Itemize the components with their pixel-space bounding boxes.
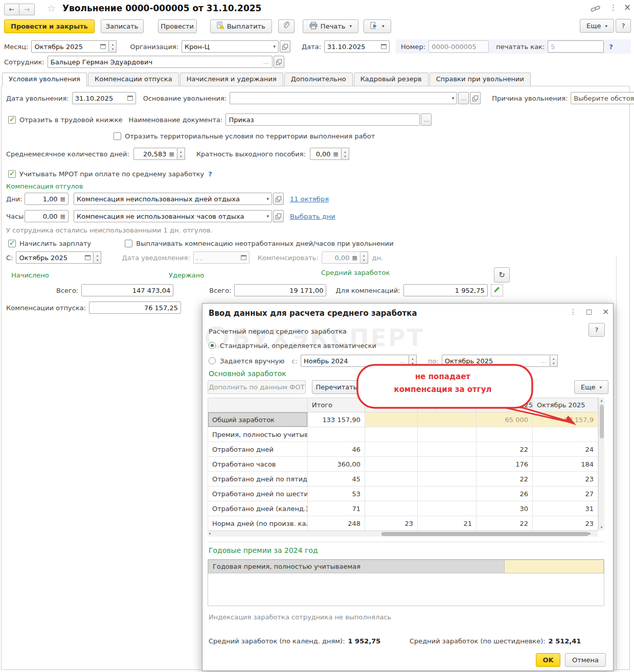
salary-from-spinner[interactable]: ▴▾: [94, 251, 101, 264]
forward-button[interactable]: →: [19, 4, 35, 15]
timeoff-hours-type-field[interactable]: Компенсация не использованных часов отды…: [74, 210, 272, 222]
severance-field[interactable]: 0,00 ▦: [310, 148, 342, 160]
avg-comp-field[interactable]: 1 952,75: [403, 284, 488, 296]
basis-field[interactable]: ▾: [230, 92, 457, 104]
chevron-down-icon[interactable]: ▾: [274, 44, 276, 49]
employee-field[interactable]: Бальцер Герман Эдуардович …: [48, 56, 273, 68]
timeoff-days-type-field[interactable]: Компенсация неиспользованных дней отдыха…: [74, 193, 272, 205]
table-row[interactable]: Отработано дней 46 22 24: [208, 442, 598, 457]
export-button[interactable]: ▾: [364, 19, 391, 33]
scroll-right-icon[interactable]: ▸: [588, 531, 591, 536]
date-field[interactable]: 31.10.2025: [324, 40, 390, 53]
window-menu-icon[interactable]: ⋮: [609, 3, 617, 12]
pay-compensation-checkbox[interactable]: [125, 240, 132, 247]
month-spinner[interactable]: ▴▾: [109, 40, 117, 53]
mrot-help-icon[interactable]: ?: [208, 170, 212, 178]
annual-row-name[interactable]: Годовая премия, полностью учитываемая: [208, 560, 505, 573]
horizontal-scroll-thumb[interactable]: [381, 532, 588, 536]
cancel-button[interactable]: Отмена: [565, 653, 606, 667]
calendar-icon[interactable]: [100, 44, 106, 49]
tab-vacation-compensation[interactable]: Компенсации отпуска: [88, 73, 179, 86]
organization-field[interactable]: Крон-Ц ▾: [182, 40, 279, 53]
number-help-icon[interactable]: ?: [609, 43, 613, 51]
ellipsis-icon[interactable]: …: [263, 59, 269, 65]
salary-from-field[interactable]: Октябрь 2025: [16, 251, 94, 264]
number-field[interactable]: 0000-000005: [428, 40, 489, 53]
dialog-close-icon[interactable]: ×: [602, 307, 609, 316]
basis-open-button[interactable]: [470, 92, 481, 104]
timeoff-hours-link[interactable]: Выбрать дни: [290, 213, 335, 220]
window-scrollbar[interactable]: [616, 256, 617, 670]
table-row[interactable]: Отработано дней по шестидневно… 53 26 27: [208, 486, 598, 501]
mrot-checkbox[interactable]: [8, 170, 16, 178]
avg-days-field[interactable]: 20,583 ▦: [133, 148, 177, 160]
splitter[interactable]: [208, 542, 604, 542]
basis-select-button[interactable]: …: [458, 92, 469, 104]
ok-button[interactable]: OK: [536, 653, 560, 667]
refresh-button[interactable]: ↻: [494, 267, 510, 283]
chevron-down-icon[interactable]: ▾: [266, 214, 269, 219]
accrue-salary-checkbox[interactable]: [8, 240, 16, 247]
dialog-maximize-icon[interactable]: □: [586, 308, 592, 315]
edit-average-button[interactable]: [491, 284, 503, 296]
period-manual-label[interactable]: Задается вручную: [220, 357, 284, 365]
compensate-field[interactable]: 0,00 ▦: [322, 251, 360, 264]
timeoff-days-open-button[interactable]: [273, 193, 284, 205]
timeoff-hours-open-button[interactable]: [273, 210, 284, 222]
vertical-scroll-thumb[interactable]: [600, 405, 604, 438]
tab-dismissal-certificates[interactable]: Справки при увольнении: [429, 73, 531, 86]
favorite-star-icon[interactable]: ☆: [47, 3, 56, 14]
compensate-spinner[interactable]: ▴▾: [360, 251, 368, 264]
severance-spinner[interactable]: ▴▾: [342, 148, 349, 160]
doc-name-field[interactable]: Приказ: [225, 113, 420, 126]
tab-accruals-deductions[interactable]: Начисления и удержания: [180, 73, 283, 86]
period-auto-radio[interactable]: [209, 342, 216, 349]
table-row[interactable]: Норма дней (по произв. календар… 248 23 …: [208, 516, 598, 531]
period-auto-label[interactable]: Стандартный, определяется автоматически: [220, 342, 376, 350]
chevron-down-icon[interactable]: ▾: [266, 196, 269, 201]
calculator-icon[interactable]: ▦: [60, 196, 65, 202]
period-manual-radio[interactable]: [209, 357, 216, 364]
table-row[interactable]: Отработано часов 360,00 176 184: [208, 457, 598, 472]
chevron-down-icon[interactable]: ▾: [452, 96, 455, 101]
employee-open-button[interactable]: [274, 56, 284, 68]
fill-from-fot-button[interactable]: Дополнить по данным ФОТ: [208, 380, 306, 394]
withheld-total-field[interactable]: 19 171,00: [234, 284, 326, 296]
print-as-field[interactable]: 5: [548, 40, 604, 53]
table-vertical-scrollbar[interactable]: ▴ ▾: [598, 398, 604, 530]
calendar-icon[interactable]: [381, 44, 387, 49]
avg-days-spinner[interactable]: ▴▾: [177, 148, 185, 160]
dialog-menu-icon[interactable]: ⋮: [570, 308, 577, 316]
timeoff-days-link[interactable]: 11 октября: [290, 195, 329, 203]
scroll-left-icon[interactable]: ◂: [209, 531, 211, 536]
scroll-up-icon[interactable]: ▴: [599, 399, 604, 403]
workbook-checkbox[interactable]: [8, 116, 16, 124]
tab-personnel-reserve[interactable]: Кадровый резерв: [354, 73, 428, 86]
annual-table[interactable]: Годовая премия, полностью учитываемая: [208, 559, 604, 606]
organization-open-button[interactable]: [280, 40, 290, 53]
window-close-icon[interactable]: ×: [624, 2, 631, 12]
attachments-button[interactable]: [278, 19, 295, 33]
get-link-icon[interactable]: [591, 5, 601, 14]
timeoff-days-field[interactable]: 1,00 ▦: [25, 193, 69, 205]
doc-name-select-button[interactable]: …: [421, 113, 432, 126]
table-row[interactable]: Отработано дней по пятидневной… 45 22 23: [208, 472, 598, 486]
more-button[interactable]: Еще ▾: [580, 19, 614, 33]
notice-date-field[interactable]: . .: [193, 251, 250, 264]
accrued-total-field[interactable]: 147 473,04: [81, 284, 173, 296]
tab-dismissal-terms[interactable]: Условия увольнения: [2, 73, 87, 86]
calculator-icon[interactable]: ▦: [60, 214, 65, 219]
dismissal-date-field[interactable]: 31.10.2025: [72, 92, 136, 104]
timeoff-hours-field[interactable]: 0,00 ▦: [25, 210, 69, 222]
print-button[interactable]: Печать ▾: [303, 19, 358, 33]
vacation-comp-field[interactable]: 76 157,25: [89, 302, 181, 314]
pay-button[interactable]: Выплатить: [210, 19, 272, 33]
reason-field[interactable]: Выберите обстоятельс: [571, 92, 634, 104]
mrot-checkbox-label[interactable]: Учитывать МРОТ при оплате по среднему за…: [19, 170, 204, 178]
table-horizontal-scrollbar[interactable]: ◂ ▸: [208, 530, 598, 537]
calendar-icon[interactable]: [127, 96, 133, 101]
dialog-help-button[interactable]: ?: [588, 323, 605, 337]
scroll-down-icon[interactable]: ▾: [599, 525, 604, 529]
tab-additional[interactable]: Дополнительно: [284, 73, 353, 86]
post-and-close-button[interactable]: Провести и закрыть: [4, 19, 95, 33]
